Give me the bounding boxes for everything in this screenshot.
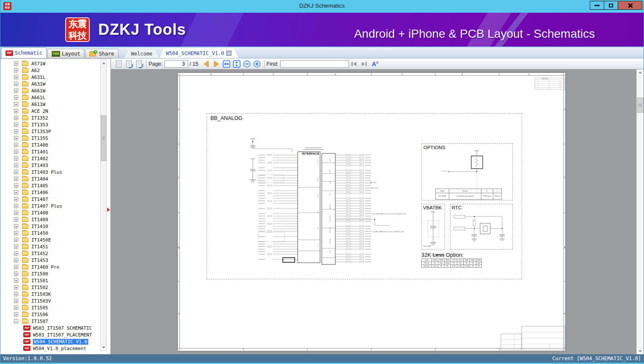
tree-scroll-up-button[interactable] [101, 60, 106, 67]
tree-folder-row[interactable]: +IT1409 [0, 216, 100, 223]
tree-doc-label[interactable]: W503_IT1507 SCHEMATIC [33, 325, 92, 331]
viewer-scrollbar[interactable] [636, 69, 644, 354]
tree-expand-icon[interactable]: + [14, 190, 18, 195]
tree-folder-row[interactable]: +IT1400 [0, 142, 100, 148]
tree-expand-icon[interactable]: + [14, 177, 18, 181]
tree-expand-icon[interactable]: + [14, 312, 18, 317]
tree-expand-icon[interactable]: + [14, 170, 18, 174]
tree-folder-row[interactable]: +IT1405 [0, 182, 100, 189]
prev-page-button[interactable] [202, 59, 211, 69]
tree-folder-row[interactable]: +IT1404 [0, 175, 100, 182]
page-view-button[interactable] [114, 59, 123, 69]
tree-expand-icon[interactable]: + [14, 251, 18, 256]
snapshot-button[interactable] [134, 59, 144, 69]
tree-folder-label[interactable]: A661L [31, 95, 45, 100]
tree-folder-row[interactable]: +A631W [0, 81, 100, 87]
find-previous-button[interactable] [349, 59, 359, 69]
tree-folder-row[interactable]: +IT1410 [0, 223, 100, 230]
doc-tab-welcome[interactable]: Welcome [124, 49, 160, 58]
tree-folder-row[interactable]: +IT1353P [0, 128, 100, 135]
tree-folder-row[interactable]: +IT1506 [0, 311, 100, 318]
maximize-button[interactable] [604, 1, 618, 10]
tree-folder-label[interactable]: IT1503V [31, 298, 51, 304]
tree-expand-icon[interactable]: + [14, 75, 18, 79]
tree-expand-icon[interactable]: + [14, 150, 18, 154]
tree-expand-icon[interactable]: + [14, 68, 18, 72]
tree-doc-row[interactable]: PDFW504_V1.0_placement [0, 345, 100, 352]
font-size-icon[interactable]: Aa [372, 60, 378, 67]
tree-folder-label[interactable]: IT1400 [31, 142, 48, 148]
tree-expand-icon[interactable]: + [14, 156, 18, 161]
tree-folder-label[interactable]: IT1505 [31, 305, 48, 311]
tree-expand-icon[interactable]: + [14, 89, 18, 93]
tree-folder-label[interactable]: IT1407 [31, 197, 48, 202]
tree-folder-label[interactable]: IT1408 [31, 210, 48, 216]
find-next-button[interactable] [359, 59, 369, 69]
tree-doc-row[interactable]: PDFW503_IT1507_PLACEMENT [0, 331, 100, 338]
viewer-scroll-down-button[interactable] [637, 348, 644, 354]
tree-folder-label[interactable]: IT1450E [31, 237, 51, 243]
tree-expand-icon[interactable]: + [14, 61, 18, 66]
tree-folder-label[interactable]: IT1450 [31, 231, 48, 236]
tree-expand-icon[interactable]: + [14, 299, 18, 303]
tree-expand-icon[interactable]: + [14, 217, 18, 222]
tree-expand-icon[interactable]: + [14, 292, 18, 296]
close-button[interactable] [618, 1, 642, 10]
tree-folder-row[interactable]: +IT1352 [0, 114, 100, 121]
tree-expand-icon[interactable]: + [14, 95, 18, 100]
tree-folder-row[interactable]: +IT1450 [0, 230, 100, 236]
tree-folder-row[interactable]: +IT1502 [0, 284, 100, 291]
tree-folder-label[interactable]: IT1401 [31, 149, 48, 155]
tree-expand-icon[interactable]: + [14, 163, 18, 167]
tree-folder-label[interactable]: IT1353P [31, 129, 51, 134]
zoom-out-button[interactable] [242, 59, 252, 69]
tree-folder-label[interactable]: IT1507 [31, 319, 48, 324]
tree-folder-label[interactable]: IT1503K [31, 292, 51, 297]
tree-folder-label[interactable]: IT1502 [31, 285, 48, 290]
tree-folder-label[interactable]: IT1406 [31, 190, 48, 195]
tree-folder-label[interactable]: IT1405 [31, 183, 48, 189]
tree-folder-row[interactable]: +IT1401 [0, 148, 100, 155]
tree-expand-icon[interactable]: + [14, 306, 18, 310]
tree-folder-label[interactable]: IT1451 [31, 244, 48, 250]
tree-expand-icon[interactable]: + [14, 238, 18, 242]
tree-doc-label[interactable]: W504_V1.0_placement [33, 346, 86, 351]
tree-expand-icon[interactable]: + [14, 265, 18, 269]
tree-expand-icon[interactable]: + [14, 285, 18, 289]
tree-folder-label[interactable]: IT1403 [31, 163, 48, 168]
pdf-viewer[interactable]: 654321DDCCBBAAPCMMIPI0APTCLKUSB RBMIPI C… [111, 69, 644, 354]
tree-folder-row[interactable]: +A62 [0, 67, 100, 74]
tree-folder-row[interactable]: +IT1505 [0, 304, 100, 311]
tree-expand-icon[interactable]: + [14, 245, 18, 249]
tree-folder-label[interactable]: IT1402 [31, 156, 48, 161]
tree-folder-label[interactable]: IT1409 [31, 217, 48, 222]
tree-scroll-thumb[interactable] [101, 115, 106, 161]
zoom-in-button[interactable] [252, 59, 262, 69]
tree-folder-row[interactable]: +IT1450E [0, 236, 100, 243]
tree-expand-icon[interactable]: + [14, 183, 18, 188]
page-number-input[interactable] [164, 60, 188, 68]
tree-expand-icon[interactable]: − [14, 319, 18, 323]
tree-folder-label[interactable]: IT1506 [31, 312, 48, 317]
tree-folder-row[interactable]: +IT1408 [0, 209, 100, 216]
tree-folder-row[interactable]: −IT1507 [0, 318, 100, 325]
tree-folder-label[interactable]: IT1355 [31, 136, 48, 141]
tree-folder-row[interactable]: +A661L [0, 94, 100, 101]
tree-folder-row[interactable]: +IT1503K [0, 291, 100, 297]
next-page-button[interactable] [212, 59, 221, 69]
tree-doc-row[interactable]: PDFW503_IT1507 SCHEMATIC [0, 325, 100, 331]
tree-folder-row[interactable]: +IT1452 [0, 250, 100, 257]
minimize-button[interactable] [590, 1, 604, 10]
tree-expand-icon[interactable]: + [14, 143, 18, 147]
tree-folder-label[interactable]: IT1352 [31, 115, 48, 121]
tree-expand-icon[interactable]: + [14, 278, 18, 283]
tree-folder-label[interactable]: A631W [31, 81, 45, 87]
tree-folder-label[interactable]: IT1407 Plus [31, 203, 62, 209]
tree-folder-row[interactable]: +IT1503V [0, 297, 100, 304]
tree-expand-icon[interactable]: + [14, 197, 18, 201]
tree-folder-row[interactable]: +IT1355 [0, 135, 100, 142]
tree-folder-label[interactable]: IT1404 [31, 176, 48, 182]
tree-doc-row[interactable]: PDFW504_SCHEMATIC_V1.0 [0, 338, 100, 345]
tree-expand-icon[interactable]: + [14, 122, 18, 127]
tree-folder-row[interactable]: +A611W [0, 101, 100, 108]
